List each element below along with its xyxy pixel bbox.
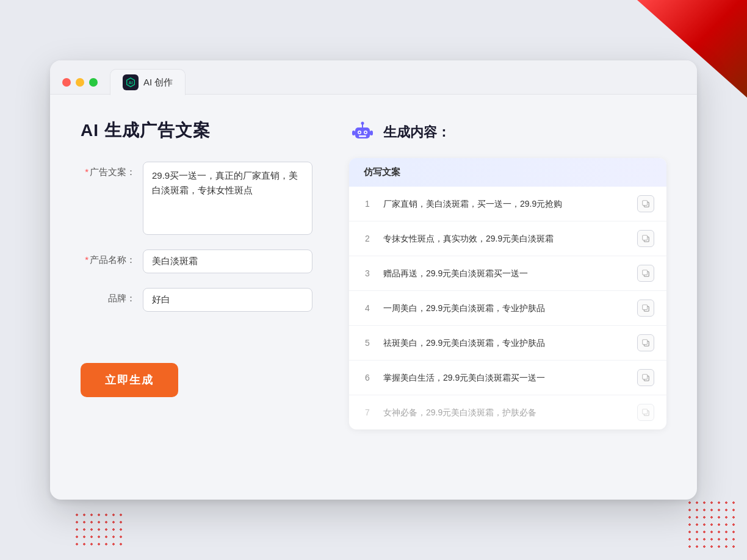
svg-point-9 <box>361 122 364 125</box>
result-header: 生成内容： <box>349 119 666 146</box>
traffic-lights <box>62 78 98 87</box>
svg-rect-23 <box>643 375 648 379</box>
table-row: 1厂家直销，美白淡斑霜，买一送一，29.9元抢购 <box>349 187 666 221</box>
row-number: 4 <box>361 303 374 313</box>
table-row: 3赠品再送，29.9元美白淡斑霜买一送一 <box>349 256 666 291</box>
minimize-button[interactable] <box>76 78 84 87</box>
copy-button[interactable] <box>637 404 654 421</box>
copy-button[interactable] <box>637 300 654 317</box>
right-panel: 生成内容： 仿写文案 1厂家直销，美白淡斑霜，买一送一，29.9元抢购2专抹女性… <box>349 119 666 473</box>
ad-copy-label: *广告文案： <box>81 162 135 178</box>
svg-rect-13 <box>643 201 648 206</box>
row-text: 掌握美白生活，29.9元美白淡斑霜买一送一 <box>383 372 627 384</box>
table-row: 4一周美白，29.9元美白淡斑霜，专业护肤品 <box>349 291 666 326</box>
ad-copy-input[interactable] <box>143 162 312 235</box>
required-mark-product: * <box>85 254 88 265</box>
product-name-input[interactable] <box>143 249 312 273</box>
row-text: 专抹女性斑点，真实功效，29.9元美白淡斑霜 <box>383 232 627 245</box>
brand-group: 品牌： <box>81 288 312 312</box>
title-bar: AI AI 创作 <box>50 60 697 95</box>
svg-rect-21 <box>643 340 648 345</box>
table-row: 7女神必备，29.9元美白淡斑霜，护肤必备 <box>349 395 666 429</box>
main-content: AI 生成广告文案 *广告文案： *产品名称： 品牌： 立即生成 <box>50 95 697 497</box>
tab-label: AI 创作 <box>143 77 173 88</box>
row-text: 厂家直销，美白淡斑霜，买一送一，29.9元抢购 <box>383 198 627 210</box>
row-number: 5 <box>361 338 374 348</box>
required-mark-ad: * <box>85 167 88 177</box>
product-name-group: *产品名称： <box>81 249 312 273</box>
table-row: 6掌握美白生活，29.9元美白淡斑霜买一送一 <box>349 361 666 395</box>
svg-point-6 <box>365 132 367 134</box>
row-number: 3 <box>361 268 374 278</box>
copy-button[interactable] <box>637 334 654 351</box>
svg-rect-17 <box>643 270 648 275</box>
brand-label: 品牌： <box>81 288 135 304</box>
generate-button[interactable]: 立即生成 <box>81 363 178 397</box>
row-text: 一周美白，29.9元美白淡斑霜，专业护肤品 <box>383 302 627 315</box>
row-number: 1 <box>361 199 374 209</box>
copy-button[interactable] <box>637 195 654 212</box>
table-row: 2专抹女性斑点，真实功效，29.9元美白淡斑霜 <box>349 221 666 256</box>
row-text: 女神必备，29.9元美白淡斑霜，护肤必备 <box>383 406 627 419</box>
table-row: 5祛斑美白，29.9元美白淡斑霜，专业护肤品 <box>349 326 666 361</box>
svg-rect-25 <box>643 409 648 414</box>
copy-button[interactable] <box>637 230 654 247</box>
tab-ai-create[interactable]: AI AI 创作 <box>110 69 186 95</box>
copy-button[interactable] <box>637 265 654 282</box>
row-text: 祛斑美白，29.9元美白淡斑霜，专业护肤品 <box>383 337 627 350</box>
browser-window: AI AI 创作 AI 生成广告文案 *广告文案： *产品名称： <box>50 60 697 500</box>
corner-dots-bottom-left <box>73 511 122 548</box>
row-number: 7 <box>361 407 374 417</box>
results-rows-container: 1厂家直销，美白淡斑霜，买一送一，29.9元抢购2专抹女性斑点，真实功效，29.… <box>349 187 666 429</box>
svg-rect-19 <box>643 305 648 310</box>
svg-rect-7 <box>359 135 366 137</box>
left-panel: AI 生成广告文案 *广告文案： *产品名称： 品牌： 立即生成 <box>81 119 312 473</box>
page-title: AI 生成广告文案 <box>81 119 312 142</box>
ad-copy-group: *广告文案： <box>81 162 312 235</box>
robot-icon <box>349 119 376 146</box>
product-name-label: *产品名称： <box>81 249 135 266</box>
copy-button[interactable] <box>637 369 654 386</box>
svg-point-5 <box>359 132 361 134</box>
results-table: 仿写文案 1厂家直销，美白淡斑霜，买一送一，29.9元抢购2专抹女性斑点，真实功… <box>349 158 666 429</box>
maximize-button[interactable] <box>89 78 98 87</box>
brand-input[interactable] <box>143 288 312 312</box>
row-text: 赠品再送，29.9元美白淡斑霜买一送一 <box>383 267 627 280</box>
svg-rect-10 <box>352 131 355 135</box>
svg-text:AI: AI <box>129 81 133 85</box>
close-button[interactable] <box>62 78 71 87</box>
result-title: 生成内容： <box>383 123 450 142</box>
corner-dots-bottom-right <box>686 499 735 548</box>
row-number: 2 <box>361 234 374 243</box>
table-header: 仿写文案 <box>349 158 666 187</box>
row-number: 6 <box>361 373 374 382</box>
ai-tab-icon: AI <box>123 74 139 90</box>
svg-rect-11 <box>370 131 373 135</box>
svg-rect-15 <box>643 235 648 240</box>
